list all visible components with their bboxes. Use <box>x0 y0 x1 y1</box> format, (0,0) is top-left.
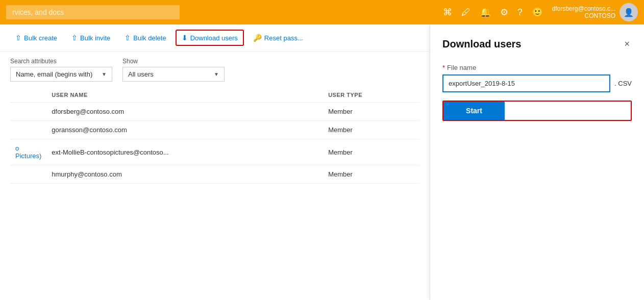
show-label: Show <box>122 58 225 65</box>
left-content: ⇧ Bulk create ⇧ Bulk invite ⇧ Bulk delet… <box>0 24 430 300</box>
chevron-down-icon-2: ▼ <box>214 71 219 77</box>
start-button[interactable]: Start <box>443 102 505 120</box>
usertype-cell: Member <box>323 139 419 165</box>
avatar[interactable]: 👤 <box>620 3 638 21</box>
row-checkbox-cell <box>10 121 46 139</box>
partial-link: o Pictures) <box>10 139 46 165</box>
top-navigation: ⌘ 🖊 🔔 ⚙ ? 🙂 dforsberg@contoso.c... CONTO… <box>0 0 644 24</box>
nav-icons-group: ⌘ 🖊 🔔 ⚙ ? 🙂 dforsberg@contoso.c... CONTO… <box>443 3 638 21</box>
file-name-label-row: *File name <box>442 64 632 71</box>
reset-pass-label: Reset pass... <box>264 34 303 42</box>
usertype-cell: Member <box>323 121 419 139</box>
download-users-label: Download users <box>190 34 238 42</box>
table-row[interactable]: hmurphy@contoso.com Member <box>10 165 419 184</box>
bulk-invite-label: Bulk invite <box>80 34 110 42</box>
filter-area: Search attributes Name, email (begins wi… <box>0 52 430 88</box>
file-name-input[interactable] <box>442 74 610 92</box>
row-checkbox-cell <box>10 103 46 121</box>
username-cell: goransson@contoso.com <box>46 121 323 139</box>
user-email: dforsberg@contoso.c... <box>552 5 615 12</box>
help-icon[interactable]: ? <box>517 7 523 18</box>
username-cell: dforsberg@contoso.com <box>46 103 323 121</box>
bulk-create-button[interactable]: ⇧ Bulk create <box>10 31 62 45</box>
user-tenant: CONTOSO <box>552 12 615 19</box>
csv-extension: . CSV <box>614 80 632 87</box>
start-button-wrapper: Start <box>442 101 632 121</box>
key-icon: 🔑 <box>253 34 262 42</box>
show-filter-group: Show All users ▼ <box>122 58 225 82</box>
show-select[interactable]: All users ▼ <box>122 67 225 82</box>
bulk-invite-icon: ⇧ <box>71 34 78 42</box>
col-checkbox <box>10 88 46 103</box>
bulk-invite-button[interactable]: ⇧ Bulk invite <box>66 31 115 45</box>
usertype-cell: Member <box>323 103 419 121</box>
bulk-delete-icon: ⇧ <box>125 34 131 42</box>
search-attributes-group: Search attributes Name, email (begins wi… <box>10 58 112 82</box>
reset-password-button[interactable]: 🔑 Reset pass... <box>248 31 308 45</box>
bell-icon[interactable]: 🔔 <box>480 7 491 18</box>
search-attributes-label: Search attributes <box>10 58 112 65</box>
table-row[interactable]: o Pictures) ext-MollieB-contosopictures@… <box>10 139 419 165</box>
table-row[interactable]: dforsberg@contoso.com Member <box>10 103 419 121</box>
side-panel-header: Download users × <box>442 37 632 52</box>
bulk-create-label: Bulk create <box>24 34 57 42</box>
show-value: All users <box>128 70 154 78</box>
bulk-delete-button[interactable]: ⇧ Bulk delete <box>119 31 171 45</box>
row-checkbox-cell <box>10 165 46 184</box>
settings-icon[interactable]: ⚙ <box>500 7 508 18</box>
terminal-icon[interactable]: ⌘ <box>443 7 452 18</box>
username-cell: ext-MollieB-contosopictures@contoso... <box>46 139 323 165</box>
bulk-delete-label: Bulk delete <box>133 34 166 42</box>
col-username: USER NAME <box>46 88 323 103</box>
col-usertype: USER TYPE <box>323 88 419 103</box>
required-star: * <box>442 64 445 71</box>
emoji-icon[interactable]: 🙂 <box>532 7 543 18</box>
user-info[interactable]: dforsberg@contoso.c... CONTOSO 👤 <box>552 3 638 21</box>
table-row[interactable]: goransson@contoso.com Member <box>10 121 419 139</box>
toolbar: ⇧ Bulk create ⇧ Bulk invite ⇧ Bulk delet… <box>0 24 430 52</box>
usertype-cell: Member <box>323 165 419 184</box>
file-name-label: File name <box>447 64 476 71</box>
search-input[interactable] <box>6 5 180 19</box>
side-panel: Download users × *File name . CSV Start <box>430 24 644 300</box>
file-name-row: . CSV <box>442 74 632 92</box>
side-panel-title: Download users <box>442 38 521 50</box>
search-attributes-value: Name, email (begins with) <box>16 70 92 78</box>
close-button[interactable]: × <box>622 37 632 52</box>
username-cell: hmurphy@contoso.com <box>46 165 323 184</box>
download-icon: ⬇ <box>182 34 188 42</box>
chevron-down-icon: ▼ <box>102 71 107 77</box>
main-area: ⇧ Bulk create ⇧ Bulk invite ⇧ Bulk delet… <box>0 24 644 300</box>
feedback-icon[interactable]: 🖊 <box>461 7 470 18</box>
users-table: USER NAME USER TYPE dforsberg@contoso.co… <box>0 88 430 300</box>
download-users-button[interactable]: ⬇ Download users <box>176 30 244 46</box>
search-attributes-select[interactable]: Name, email (begins with) ▼ <box>10 67 112 82</box>
bulk-create-icon: ⇧ <box>15 34 21 42</box>
